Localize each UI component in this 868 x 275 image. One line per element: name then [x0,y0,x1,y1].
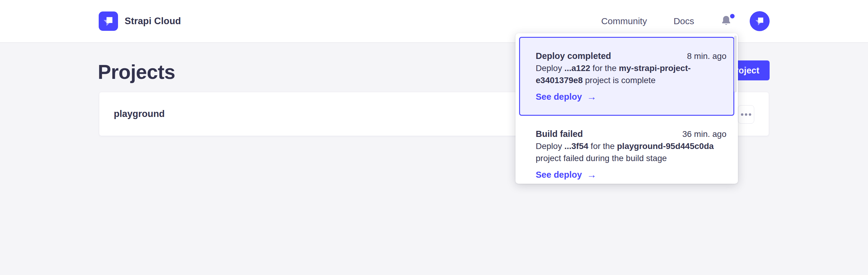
notifications-list: Deploy completed8 min. agoDeploy ...a122… [519,37,734,184]
notification-title: Build failed [536,128,583,140]
arrow-right-icon: → [587,169,596,181]
notification-body: Deploy ...a122 for the my-strapi-project… [536,62,726,86]
notifications-panel: Deploy completed8 min. agoDeploy ...a122… [516,33,738,184]
see-deploy-label: See deploy [536,91,582,103]
strapi-logo[interactable] [99,11,118,31]
see-deploy-label: See deploy [536,169,582,181]
strapi-logo-icon [100,13,116,29]
see-deploy-link[interactable]: See deploy→ [536,91,726,103]
strapi-cloud-app: Strapi Cloud Community Docs Projects [0,0,868,275]
project-more-button[interactable] [738,105,754,123]
user-avatar[interactable] [750,11,770,31]
nav-docs[interactable]: Docs [674,16,694,26]
nav-community[interactable]: Community [601,16,647,26]
notification-title: Deploy completed [536,50,611,62]
avatar-strapi-icon [753,14,767,28]
notification-time: 36 min. ago [682,128,726,140]
arrow-right-icon: → [587,91,596,103]
notification-header-row: Deploy completed8 min. ago [536,50,726,62]
notification-item[interactable]: Build failed36 min. agoDeploy ...3f54 fo… [519,116,734,184]
notification-time: 8 min. ago [687,50,726,62]
project-name: playground [114,92,165,136]
ellipsis-icon [741,113,743,116]
panel-scrollbar-thumb[interactable] [734,36,737,92]
notifications-bell-button[interactable] [716,11,736,31]
brand-name: Strapi Cloud [125,16,181,27]
notification-body: Deploy ...3f54 for the playground-95d445… [536,140,726,164]
see-deploy-link[interactable]: See deploy→ [536,169,726,181]
notification-header-row: Build failed36 min. ago [536,128,726,140]
notification-item[interactable]: Deploy completed8 min. agoDeploy ...a122… [519,37,734,116]
brand: Strapi Cloud [99,0,181,42]
unread-indicator-dot [730,14,735,19]
page-title: Projects [98,60,175,83]
